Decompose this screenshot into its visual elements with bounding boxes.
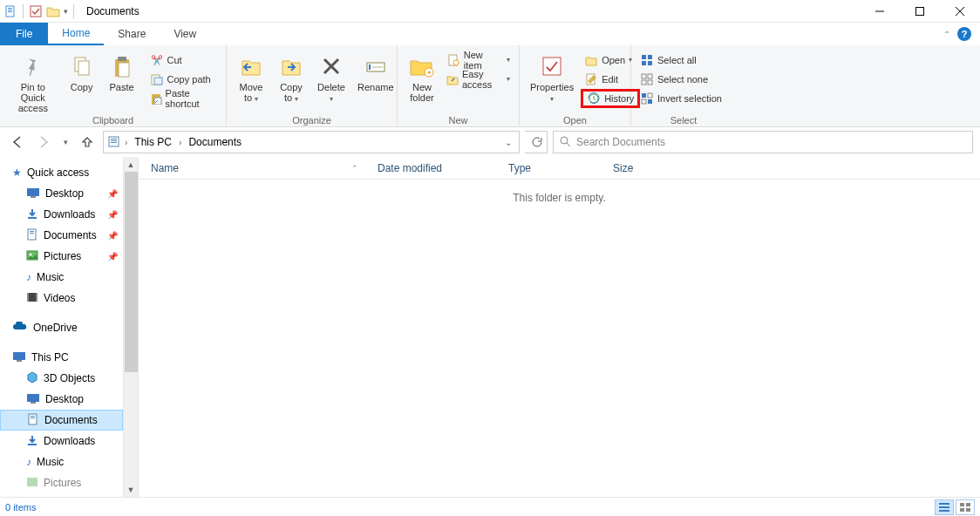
close-button[interactable]	[940, 0, 980, 23]
breadcrumb-chevron[interactable]: ›	[125, 138, 127, 147]
rename-icon	[362, 52, 390, 80]
svg-point-26	[453, 60, 459, 65]
svg-rect-68	[939, 503, 949, 505]
qat-dropdown-caret[interactable]: ▾	[64, 7, 68, 16]
column-name[interactable]: Name⌃	[139, 162, 365, 174]
copy-to-button[interactable]: Copyto ▾	[272, 51, 310, 106]
select-all-button[interactable]: Select all	[636, 51, 725, 70]
new-folder-button[interactable]: ✦ Newfolder	[403, 51, 441, 105]
tab-home[interactable]: Home	[48, 23, 104, 45]
item-count: 0 items	[5, 502, 36, 513]
tab-share[interactable]: Share	[104, 23, 160, 45]
large-icons-view-button[interactable]	[956, 499, 975, 515]
svg-rect-17	[154, 98, 161, 105]
tree-music[interactable]: ♪Music	[0, 267, 123, 288]
easy-access-icon	[446, 72, 459, 86]
help-button[interactable]: ?	[957, 27, 971, 41]
svg-rect-42	[109, 137, 119, 146]
refresh-button[interactable]	[525, 131, 548, 153]
tree-pictures[interactable]: Pictures📌	[0, 246, 123, 267]
paste-button[interactable]: Paste	[103, 51, 141, 94]
scissors-icon: ✂️	[150, 53, 164, 67]
svg-rect-74	[966, 508, 970, 512]
back-button[interactable]	[7, 132, 28, 153]
group-label-select: Select	[631, 115, 736, 126]
downloads-icon	[26, 207, 38, 222]
new-item-button[interactable]: New item ▾	[443, 51, 514, 70]
tab-view[interactable]: View	[160, 23, 210, 45]
copy-path-button[interactable]: Copy path	[146, 70, 221, 89]
svg-rect-72	[966, 503, 970, 506]
documents-icon	[27, 413, 39, 428]
details-view-button[interactable]	[935, 499, 954, 515]
search-placeholder: Search Documents	[576, 136, 665, 148]
rename-button[interactable]: Rename	[352, 51, 399, 94]
tree-3d-objects[interactable]: 3D Objects	[0, 368, 123, 389]
recent-locations-button[interactable]: ▾	[59, 132, 71, 153]
scroll-down-arrow[interactable]: ▼	[124, 482, 138, 497]
group-label-organize: Organize	[227, 115, 397, 126]
address-bar[interactable]: › This PC › Documents ⌄	[103, 131, 520, 153]
forward-button[interactable]	[33, 132, 54, 153]
svg-rect-65	[31, 418, 35, 418]
onedrive-icon	[12, 322, 28, 335]
tree-documents2[interactable]: Documents	[0, 410, 123, 431]
paste-shortcut-button[interactable]: Paste shortcut	[146, 89, 221, 108]
qat-folder-icon[interactable]	[46, 4, 60, 18]
cut-button[interactable]: ✂️Cut	[146, 51, 221, 70]
collapse-ribbon-button[interactable]: ⌃	[943, 30, 950, 39]
column-type[interactable]: Type	[496, 162, 601, 174]
tree-scrollbar[interactable]: ▲ ▼	[123, 157, 138, 497]
qat-properties-icon[interactable]	[29, 4, 43, 18]
tree-quick-access[interactable]: ★Quick access	[0, 162, 123, 183]
column-size[interactable]: Size	[601, 162, 670, 174]
svg-rect-69	[939, 506, 949, 508]
move-to-button[interactable]: Moveto ▾	[232, 51, 270, 106]
address-dropdown[interactable]: ⌄	[505, 138, 512, 147]
column-date[interactable]: Date modified	[365, 162, 496, 174]
invert-selection-button[interactable]: Invert selection	[636, 89, 725, 108]
tree-this-pc[interactable]: This PC	[0, 347, 123, 368]
up-button[interactable]	[77, 132, 98, 153]
tree-onedrive[interactable]: OneDrive	[0, 317, 123, 338]
tree-documents[interactable]: Documents📌	[0, 225, 123, 246]
tree-desktop2[interactable]: Desktop	[0, 389, 123, 410]
properties-icon	[538, 52, 566, 80]
tree-downloads[interactable]: Downloads📌	[0, 204, 123, 225]
select-none-button[interactable]: Select none	[636, 70, 725, 89]
svg-rect-13	[119, 63, 129, 77]
address-folder-icon	[107, 135, 121, 150]
svg-rect-60	[17, 360, 22, 362]
paste-icon	[108, 52, 136, 80]
svg-rect-33	[648, 61, 652, 65]
svg-rect-58	[36, 293, 37, 302]
scroll-thumb[interactable]	[125, 172, 138, 372]
breadcrumb-chevron[interactable]: ›	[179, 138, 181, 147]
minimize-button[interactable]	[860, 0, 900, 23]
invert-selection-icon	[640, 92, 654, 105]
delete-icon	[317, 52, 345, 80]
select-all-icon	[640, 53, 654, 67]
tree-videos[interactable]: Videos	[0, 288, 123, 309]
pin-icon: 📌	[107, 189, 118, 199]
copy-button[interactable]: Copy	[63, 51, 101, 94]
tree-pictures2[interactable]: Pictures	[0, 472, 123, 493]
tree-music2[interactable]: ♪Music	[0, 452, 123, 472]
qat-file-icon[interactable]	[3, 4, 17, 18]
breadcrumb-documents[interactable]: Documents	[185, 136, 245, 148]
pin-to-quick-access-button[interactable]: Pin to Quickaccess	[5, 51, 61, 115]
tab-file[interactable]: File	[0, 23, 48, 45]
svg-rect-43	[111, 139, 117, 139]
delete-button[interactable]: Delete▾	[312, 51, 350, 106]
select-none-icon	[640, 72, 654, 86]
tree-desktop[interactable]: Desktop📌	[0, 183, 123, 204]
tree-downloads2[interactable]: Downloads	[0, 431, 123, 452]
breadcrumb-this-pc[interactable]: This PC	[131, 136, 175, 148]
svg-rect-12	[118, 57, 126, 61]
maximize-button[interactable]	[900, 0, 940, 23]
move-to-icon	[237, 52, 265, 80]
search-input[interactable]: Search Documents	[553, 131, 973, 153]
properties-button[interactable]: Properties▾	[525, 51, 579, 106]
easy-access-button[interactable]: Easy access ▾	[443, 70, 514, 89]
scroll-up-arrow[interactable]: ▲	[124, 157, 138, 172]
